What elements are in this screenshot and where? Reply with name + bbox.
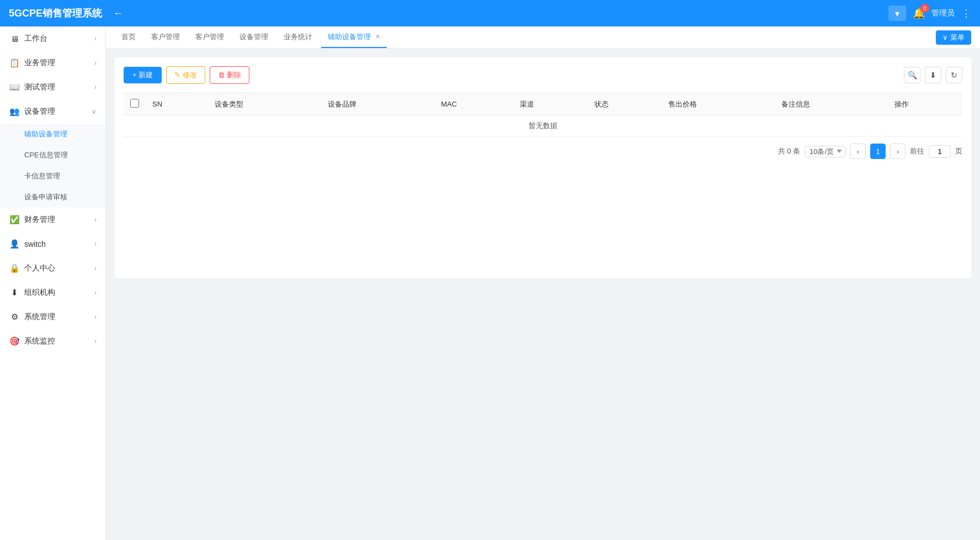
per-page-select[interactable]: 10条/页 20条/页 50条/页 (805, 146, 846, 157)
page-1-button[interactable]: 1 (870, 144, 886, 159)
chevron-monitor: › (94, 337, 97, 345)
chevron-personal: › (94, 264, 97, 272)
header: 5GCPE销售管理系统 ← ▾ 🔔 0 管理员 ⋮ (0, 0, 980, 27)
sidebar-item-cpe-info[interactable]: CPE信息管理 (0, 145, 105, 166)
content-card: + 新建 ✎ 修改 🗑 删除 🔍 ⬇ ↻ (115, 57, 971, 278)
test-icon: 📖 (9, 82, 20, 93)
sidebar-label-business: 业务管理 (24, 58, 94, 68)
tab-biz-stat[interactable]: 业务统计 (277, 27, 319, 48)
tab-home-label: 首页 (121, 32, 136, 42)
sidebar: 🖥 工作台 › 📋 业务管理 › 📖 测试管理 › 👥 设备管理 ∨ 辅助设备管… (0, 27, 106, 540)
search-button[interactable]: 🔍 (904, 67, 920, 83)
chevron-org: › (94, 289, 97, 297)
col-sn: SN (146, 93, 208, 115)
col-checkbox (124, 93, 146, 115)
switch-icon: 👤 (9, 239, 20, 250)
col-mac: MAC (434, 93, 513, 115)
download-button[interactable]: ⬇ (925, 67, 941, 83)
refresh-button[interactable]: ↻ (946, 67, 962, 83)
main-content: 首页 客户管理 客户管理 设备管理 业务统计 辅助设备管理 ✕ ∨ 菜单 (106, 27, 980, 540)
select-all-checkbox[interactable] (130, 99, 139, 108)
tab-device-mgmt-label: 设备管理 (239, 32, 268, 42)
dropdown-icon: ▾ (895, 8, 899, 19)
finance-icon: ✅ (9, 214, 20, 225)
sidebar-label-finance: 财务管理 (24, 215, 94, 225)
toolbar-right: 🔍 ⬇ ↻ (904, 67, 962, 83)
back-button[interactable]: ← (113, 8, 123, 19)
monitor-icon: 🎯 (9, 336, 20, 347)
goto-page-input[interactable] (929, 145, 951, 158)
new-button[interactable]: + 新建 (124, 67, 162, 83)
content-area: + 新建 ✎ 修改 🗑 删除 🔍 ⬇ ↻ (106, 49, 980, 540)
col-remark: 备注信息 (775, 93, 888, 115)
sidebar-label-system: 系统管理 (24, 312, 94, 322)
col-channel: 渠道 (513, 93, 588, 115)
edit-button[interactable]: ✎ 修改 (166, 66, 205, 84)
app-title: 5GCPE销售管理系统 (9, 7, 102, 20)
more-icon[interactable]: ⋮ (961, 7, 971, 19)
sidebar-item-business[interactable]: 📋 业务管理 › (0, 51, 105, 75)
next-page-button[interactable]: › (890, 144, 906, 159)
sidebar-item-workbench[interactable]: 🖥 工作台 › (0, 27, 105, 51)
device-submenu: 辅助设备管理 CPE信息管理 卡信息管理 设备申请审核 (0, 124, 105, 208)
workbench-icon: 🖥 (9, 33, 20, 44)
sidebar-item-personal[interactable]: 🔒 个人中心 › (0, 256, 105, 280)
prev-page-button[interactable]: ‹ (850, 144, 866, 159)
chevron-switch: › (94, 240, 97, 248)
table-header-row: SN 设备类型 设备品牌 MAC 渠道 状态 售出价格 备注信息 操作 (124, 93, 962, 115)
tab-customer1-label: 客户管理 (151, 32, 180, 42)
sidebar-item-device-apply[interactable]: 设备申请审核 (0, 187, 105, 208)
toolbar: + 新建 ✎ 修改 🗑 删除 🔍 ⬇ ↻ (124, 66, 962, 84)
tab-home[interactable]: 首页 (115, 27, 142, 48)
personal-icon: 🔒 (9, 263, 20, 274)
sidebar-item-monitor[interactable]: 🎯 系统监控 › (0, 329, 105, 353)
sidebar-item-card-info[interactable]: 卡信息管理 (0, 166, 105, 187)
col-action: 操作 (888, 93, 962, 115)
header-right: ▾ 🔔 0 管理员 ⋮ (888, 6, 971, 21)
chevron-down-icon: ∨ (942, 33, 948, 41)
tab-close-icon[interactable]: ✕ (375, 33, 380, 40)
col-device-brand: 设备品牌 (321, 93, 434, 115)
menu-button[interactable]: ∨ 菜单 (936, 30, 971, 45)
refresh-icon: ↻ (951, 71, 957, 80)
business-icon: 📋 (9, 57, 20, 68)
layout: 🖥 工作台 › 📋 业务管理 › 📖 测试管理 › 👥 设备管理 ∨ 辅助设备管… (0, 27, 980, 540)
delete-button[interactable]: 🗑 删除 (210, 66, 250, 84)
sidebar-item-org[interactable]: ⬇ 组织机构 › (0, 280, 105, 305)
col-status: 状态 (588, 93, 662, 115)
sidebar-label-test: 测试管理 (24, 82, 94, 92)
bell-button[interactable]: 🔔 0 (913, 7, 925, 19)
chevron-business: › (94, 59, 97, 67)
empty-text: 暂无数据 (124, 115, 962, 137)
total-count: 共 0 条 (778, 146, 800, 156)
bell-badge: 0 (920, 4, 929, 13)
sidebar-item-switch[interactable]: 👤 switch › (0, 232, 105, 256)
tab-customer2[interactable]: 客户管理 (189, 27, 231, 48)
col-device-type: 设备类型 (208, 93, 321, 115)
sidebar-label-switch: switch (24, 240, 94, 248)
search-icon: 🔍 (908, 71, 917, 80)
header-dropdown-button[interactable]: ▾ (888, 6, 906, 21)
sidebar-item-test[interactable]: 📖 测试管理 › (0, 75, 105, 99)
sidebar-label-personal: 个人中心 (24, 263, 94, 273)
system-icon: ⚙ (9, 311, 20, 322)
sidebar-item-aux-device[interactable]: 辅助设备管理 (0, 124, 105, 145)
chevron-system: › (94, 313, 97, 321)
admin-label[interactable]: 管理员 (931, 8, 955, 18)
page-unit-label: 页 (955, 146, 962, 156)
tab-aux-device-label: 辅助设备管理 (328, 32, 371, 42)
chevron-test: › (94, 83, 97, 91)
tab-device-mgmt[interactable]: 设备管理 (233, 27, 275, 48)
sidebar-item-finance[interactable]: ✅ 财务管理 › (0, 208, 105, 232)
sidebar-item-system[interactable]: ⚙ 系统管理 › (0, 305, 105, 329)
org-icon: ⬇ (9, 287, 20, 298)
tab-customer1[interactable]: 客户管理 (145, 27, 187, 48)
tab-bar-right: ∨ 菜单 (936, 30, 971, 45)
tab-biz-stat-label: 业务统计 (284, 32, 312, 42)
menu-label: 菜单 (950, 33, 965, 43)
col-price: 售出价格 (662, 93, 775, 115)
sidebar-item-device[interactable]: 👥 设备管理 ∨ (0, 99, 105, 124)
tab-customer2-label: 客户管理 (195, 32, 224, 42)
data-table: SN 设备类型 设备品牌 MAC 渠道 状态 售出价格 备注信息 操作 (124, 93, 962, 137)
tab-aux-device[interactable]: 辅助设备管理 ✕ (321, 27, 387, 48)
